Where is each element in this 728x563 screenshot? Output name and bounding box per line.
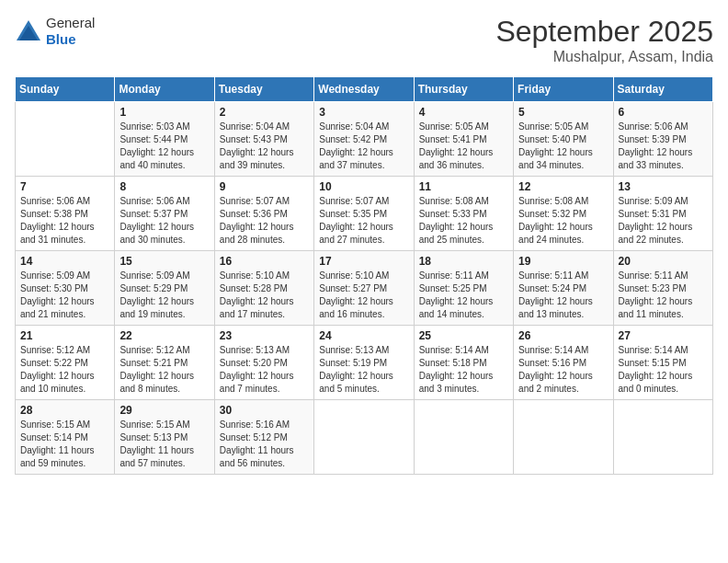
day-info: Sunrise: 5:09 AM Sunset: 5:31 PM Dayligh…	[619, 195, 708, 247]
weekday-header-sunday: Sunday	[16, 77, 115, 102]
day-number: 6	[619, 106, 708, 119]
day-info: Sunrise: 5:06 AM Sunset: 5:38 PM Dayligh…	[20, 195, 109, 247]
logo-general: General	[46, 15, 95, 30]
day-info: Sunrise: 5:07 AM Sunset: 5:35 PM Dayligh…	[319, 195, 408, 247]
calendar-cell: 27Sunrise: 5:14 AM Sunset: 5:15 PM Dayli…	[613, 326, 712, 400]
logo: General Blue	[15, 15, 95, 48]
day-number: 21	[20, 329, 109, 342]
day-info: Sunrise: 5:09 AM Sunset: 5:30 PM Dayligh…	[20, 270, 109, 321]
title-block: September 2025 Mushalpur, Assam, India	[495, 15, 713, 65]
calendar-cell: 7Sunrise: 5:06 AM Sunset: 5:38 PM Daylig…	[16, 177, 115, 251]
day-number: 20	[619, 255, 708, 268]
week-row-1: 1Sunrise: 5:03 AM Sunset: 5:44 PM Daylig…	[16, 102, 713, 177]
day-info: Sunrise: 5:15 AM Sunset: 5:14 PM Dayligh…	[20, 419, 109, 470]
calendar-cell	[613, 400, 712, 475]
weekday-header-wednesday: Wednesday	[314, 77, 414, 102]
calendar-cell: 1Sunrise: 5:03 AM Sunset: 5:44 PM Daylig…	[115, 102, 214, 177]
calendar-cell: 23Sunrise: 5:13 AM Sunset: 5:20 PM Dayli…	[214, 326, 313, 400]
day-number: 2	[220, 106, 309, 119]
location-title: Mushalpur, Assam, India	[495, 49, 713, 65]
week-row-4: 21Sunrise: 5:12 AM Sunset: 5:22 PM Dayli…	[16, 326, 713, 400]
day-info: Sunrise: 5:11 AM Sunset: 5:24 PM Dayligh…	[518, 270, 608, 321]
calendar-cell: 19Sunrise: 5:11 AM Sunset: 5:24 PM Dayli…	[514, 251, 613, 326]
day-number: 13	[619, 180, 708, 193]
day-info: Sunrise: 5:15 AM Sunset: 5:13 PM Dayligh…	[119, 419, 209, 470]
day-number: 23	[220, 329, 309, 342]
calendar-cell: 30Sunrise: 5:16 AM Sunset: 5:12 PM Dayli…	[214, 400, 313, 475]
day-number: 22	[119, 329, 209, 342]
day-info: Sunrise: 5:05 AM Sunset: 5:41 PM Dayligh…	[419, 121, 508, 172]
day-number: 16	[220, 255, 309, 268]
week-row-3: 14Sunrise: 5:09 AM Sunset: 5:30 PM Dayli…	[16, 251, 713, 326]
day-info: Sunrise: 5:16 AM Sunset: 5:12 PM Dayligh…	[220, 419, 309, 470]
day-info: Sunrise: 5:06 AM Sunset: 5:39 PM Dayligh…	[619, 121, 708, 172]
day-info: Sunrise: 5:06 AM Sunset: 5:37 PM Dayligh…	[119, 195, 209, 247]
calendar-cell: 5Sunrise: 5:05 AM Sunset: 5:40 PM Daylig…	[514, 102, 613, 177]
day-info: Sunrise: 5:12 AM Sunset: 5:21 PM Dayligh…	[119, 344, 209, 396]
day-info: Sunrise: 5:10 AM Sunset: 5:28 PM Dayligh…	[220, 270, 309, 321]
weekday-header-monday: Monday	[115, 77, 214, 102]
weekday-header-saturday: Saturday	[613, 77, 712, 102]
calendar-cell: 15Sunrise: 5:09 AM Sunset: 5:29 PM Dayli…	[115, 251, 214, 326]
calendar-cell: 20Sunrise: 5:11 AM Sunset: 5:23 PM Dayli…	[613, 251, 712, 326]
day-info: Sunrise: 5:12 AM Sunset: 5:22 PM Dayligh…	[20, 344, 109, 396]
calendar-cell: 21Sunrise: 5:12 AM Sunset: 5:22 PM Dayli…	[16, 326, 115, 400]
day-number: 26	[518, 329, 608, 342]
day-number: 17	[319, 255, 408, 268]
day-number: 25	[419, 329, 508, 342]
page-header: General Blue September 2025 Mushalpur, A…	[15, 15, 713, 65]
day-number: 5	[518, 106, 608, 119]
weekday-header-row: SundayMondayTuesdayWednesdayThursdayFrid…	[16, 77, 713, 102]
calendar-cell: 13Sunrise: 5:09 AM Sunset: 5:31 PM Dayli…	[613, 177, 712, 251]
day-info: Sunrise: 5:13 AM Sunset: 5:19 PM Dayligh…	[319, 344, 408, 396]
weekday-header-friday: Friday	[514, 77, 613, 102]
day-info: Sunrise: 5:09 AM Sunset: 5:29 PM Dayligh…	[119, 270, 209, 321]
calendar-cell: 22Sunrise: 5:12 AM Sunset: 5:21 PM Dayli…	[115, 326, 214, 400]
calendar-body: 1Sunrise: 5:03 AM Sunset: 5:44 PM Daylig…	[16, 102, 713, 475]
week-row-5: 28Sunrise: 5:15 AM Sunset: 5:14 PM Dayli…	[16, 400, 713, 475]
day-info: Sunrise: 5:08 AM Sunset: 5:33 PM Dayligh…	[419, 195, 508, 247]
calendar-cell: 2Sunrise: 5:04 AM Sunset: 5:43 PM Daylig…	[214, 102, 313, 177]
day-info: Sunrise: 5:10 AM Sunset: 5:27 PM Dayligh…	[319, 270, 408, 321]
calendar-cell: 26Sunrise: 5:14 AM Sunset: 5:16 PM Dayli…	[514, 326, 613, 400]
calendar-cell: 8Sunrise: 5:06 AM Sunset: 5:37 PM Daylig…	[115, 177, 214, 251]
day-number: 12	[518, 180, 608, 193]
calendar-cell: 3Sunrise: 5:04 AM Sunset: 5:42 PM Daylig…	[314, 102, 414, 177]
day-info: Sunrise: 5:14 AM Sunset: 5:16 PM Dayligh…	[518, 344, 608, 396]
calendar-cell: 6Sunrise: 5:06 AM Sunset: 5:39 PM Daylig…	[613, 102, 712, 177]
calendar-table: SundayMondayTuesdayWednesdayThursdayFrid…	[15, 76, 713, 475]
day-number: 18	[419, 255, 508, 268]
day-number: 3	[319, 106, 408, 119]
weekday-header-tuesday: Tuesday	[214, 77, 313, 102]
day-info: Sunrise: 5:04 AM Sunset: 5:43 PM Dayligh…	[220, 121, 309, 172]
day-number: 7	[20, 180, 109, 193]
day-number: 27	[619, 329, 708, 342]
day-info: Sunrise: 5:11 AM Sunset: 5:23 PM Dayligh…	[619, 270, 708, 321]
logo-blue: Blue	[46, 31, 76, 47]
calendar-cell	[514, 400, 613, 475]
calendar-cell: 10Sunrise: 5:07 AM Sunset: 5:35 PM Dayli…	[314, 177, 414, 251]
calendar-cell: 29Sunrise: 5:15 AM Sunset: 5:13 PM Dayli…	[115, 400, 214, 475]
day-number: 24	[319, 329, 408, 342]
calendar-cell: 11Sunrise: 5:08 AM Sunset: 5:33 PM Dayli…	[414, 177, 513, 251]
calendar-cell	[16, 102, 115, 177]
day-info: Sunrise: 5:14 AM Sunset: 5:18 PM Dayligh…	[419, 344, 508, 396]
day-number: 30	[220, 404, 309, 417]
calendar-cell: 16Sunrise: 5:10 AM Sunset: 5:28 PM Dayli…	[214, 251, 313, 326]
calendar-cell: 28Sunrise: 5:15 AM Sunset: 5:14 PM Dayli…	[16, 400, 115, 475]
day-info: Sunrise: 5:08 AM Sunset: 5:32 PM Dayligh…	[518, 195, 608, 247]
day-number: 28	[20, 404, 109, 417]
day-number: 8	[119, 180, 209, 193]
weekday-header-thursday: Thursday	[414, 77, 513, 102]
logo-text: General Blue	[46, 15, 95, 48]
day-number: 11	[419, 180, 508, 193]
calendar-cell: 25Sunrise: 5:14 AM Sunset: 5:18 PM Dayli…	[414, 326, 513, 400]
calendar-cell: 14Sunrise: 5:09 AM Sunset: 5:30 PM Dayli…	[16, 251, 115, 326]
day-number: 9	[220, 180, 309, 193]
day-number: 4	[419, 106, 508, 119]
day-info: Sunrise: 5:11 AM Sunset: 5:25 PM Dayligh…	[419, 270, 508, 321]
day-number: 14	[20, 255, 109, 268]
day-info: Sunrise: 5:13 AM Sunset: 5:20 PM Dayligh…	[220, 344, 309, 396]
day-number: 1	[119, 106, 209, 119]
calendar-cell: 4Sunrise: 5:05 AM Sunset: 5:41 PM Daylig…	[414, 102, 513, 177]
